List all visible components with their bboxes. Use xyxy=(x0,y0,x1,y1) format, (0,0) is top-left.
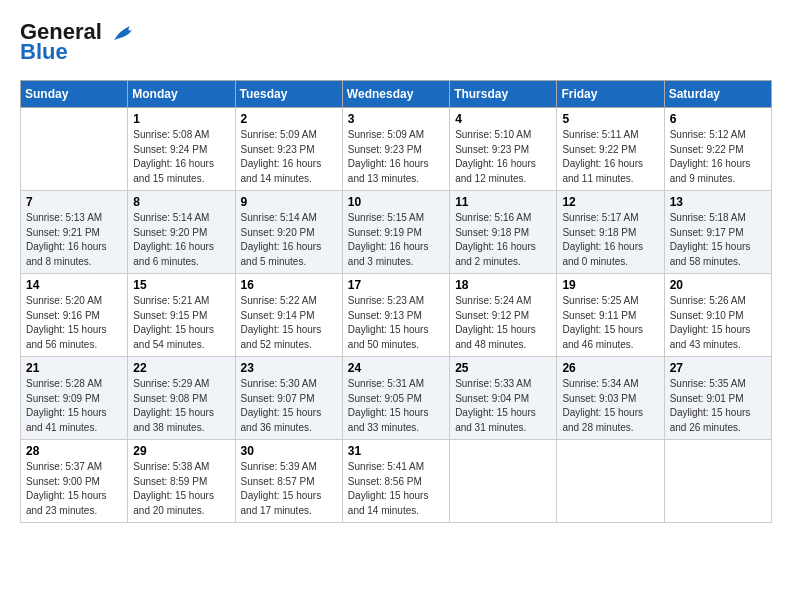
day-cell: 30Sunrise: 5:39 AMSunset: 8:57 PMDayligh… xyxy=(235,440,342,523)
day-number: 31 xyxy=(348,444,444,458)
day-cell: 26Sunrise: 5:34 AMSunset: 9:03 PMDayligh… xyxy=(557,357,664,440)
day-number: 9 xyxy=(241,195,337,209)
calendar-table: SundayMondayTuesdayWednesdayThursdayFrid… xyxy=(20,80,772,523)
day-cell: 21Sunrise: 5:28 AMSunset: 9:09 PMDayligh… xyxy=(21,357,128,440)
day-cell: 31Sunrise: 5:41 AMSunset: 8:56 PMDayligh… xyxy=(342,440,449,523)
day-number: 22 xyxy=(133,361,229,375)
day-cell: 18Sunrise: 5:24 AMSunset: 9:12 PMDayligh… xyxy=(450,274,557,357)
day-cell: 9Sunrise: 5:14 AMSunset: 9:20 PMDaylight… xyxy=(235,191,342,274)
day-info: Sunrise: 5:29 AMSunset: 9:08 PMDaylight:… xyxy=(133,377,229,435)
day-info: Sunrise: 5:35 AMSunset: 9:01 PMDaylight:… xyxy=(670,377,766,435)
day-info: Sunrise: 5:09 AMSunset: 9:23 PMDaylight:… xyxy=(241,128,337,186)
day-cell: 10Sunrise: 5:15 AMSunset: 9:19 PMDayligh… xyxy=(342,191,449,274)
day-cell: 14Sunrise: 5:20 AMSunset: 9:16 PMDayligh… xyxy=(21,274,128,357)
day-info: Sunrise: 5:22 AMSunset: 9:14 PMDaylight:… xyxy=(241,294,337,352)
day-cell xyxy=(664,440,771,523)
weekday-header-tuesday: Tuesday xyxy=(235,81,342,108)
day-cell: 17Sunrise: 5:23 AMSunset: 9:13 PMDayligh… xyxy=(342,274,449,357)
day-info: Sunrise: 5:31 AMSunset: 9:05 PMDaylight:… xyxy=(348,377,444,435)
week-row-1: 1Sunrise: 5:08 AMSunset: 9:24 PMDaylight… xyxy=(21,108,772,191)
day-cell: 27Sunrise: 5:35 AMSunset: 9:01 PMDayligh… xyxy=(664,357,771,440)
weekday-header-thursday: Thursday xyxy=(450,81,557,108)
day-info: Sunrise: 5:14 AMSunset: 9:20 PMDaylight:… xyxy=(241,211,337,269)
day-cell: 12Sunrise: 5:17 AMSunset: 9:18 PMDayligh… xyxy=(557,191,664,274)
day-info: Sunrise: 5:15 AMSunset: 9:19 PMDaylight:… xyxy=(348,211,444,269)
day-cell: 11Sunrise: 5:16 AMSunset: 9:18 PMDayligh… xyxy=(450,191,557,274)
day-info: Sunrise: 5:34 AMSunset: 9:03 PMDaylight:… xyxy=(562,377,658,435)
day-cell: 16Sunrise: 5:22 AMSunset: 9:14 PMDayligh… xyxy=(235,274,342,357)
day-info: Sunrise: 5:09 AMSunset: 9:23 PMDaylight:… xyxy=(348,128,444,186)
day-cell: 6Sunrise: 5:12 AMSunset: 9:22 PMDaylight… xyxy=(664,108,771,191)
day-cell: 25Sunrise: 5:33 AMSunset: 9:04 PMDayligh… xyxy=(450,357,557,440)
day-number: 21 xyxy=(26,361,122,375)
day-number: 25 xyxy=(455,361,551,375)
day-number: 12 xyxy=(562,195,658,209)
day-number: 30 xyxy=(241,444,337,458)
day-info: Sunrise: 5:25 AMSunset: 9:11 PMDaylight:… xyxy=(562,294,658,352)
day-cell: 5Sunrise: 5:11 AMSunset: 9:22 PMDaylight… xyxy=(557,108,664,191)
day-info: Sunrise: 5:16 AMSunset: 9:18 PMDaylight:… xyxy=(455,211,551,269)
day-number: 26 xyxy=(562,361,658,375)
day-number: 19 xyxy=(562,278,658,292)
day-info: Sunrise: 5:26 AMSunset: 9:10 PMDaylight:… xyxy=(670,294,766,352)
day-number: 23 xyxy=(241,361,337,375)
day-info: Sunrise: 5:38 AMSunset: 8:59 PMDaylight:… xyxy=(133,460,229,518)
day-number: 27 xyxy=(670,361,766,375)
day-number: 20 xyxy=(670,278,766,292)
day-number: 10 xyxy=(348,195,444,209)
week-row-3: 14Sunrise: 5:20 AMSunset: 9:16 PMDayligh… xyxy=(21,274,772,357)
day-cell xyxy=(21,108,128,191)
day-info: Sunrise: 5:24 AMSunset: 9:12 PMDaylight:… xyxy=(455,294,551,352)
day-info: Sunrise: 5:18 AMSunset: 9:17 PMDaylight:… xyxy=(670,211,766,269)
day-info: Sunrise: 5:10 AMSunset: 9:23 PMDaylight:… xyxy=(455,128,551,186)
day-info: Sunrise: 5:21 AMSunset: 9:15 PMDaylight:… xyxy=(133,294,229,352)
day-cell: 2Sunrise: 5:09 AMSunset: 9:23 PMDaylight… xyxy=(235,108,342,191)
day-info: Sunrise: 5:13 AMSunset: 9:21 PMDaylight:… xyxy=(26,211,122,269)
week-row-2: 7Sunrise: 5:13 AMSunset: 9:21 PMDaylight… xyxy=(21,191,772,274)
day-cell: 1Sunrise: 5:08 AMSunset: 9:24 PMDaylight… xyxy=(128,108,235,191)
day-cell: 13Sunrise: 5:18 AMSunset: 9:17 PMDayligh… xyxy=(664,191,771,274)
weekday-header-wednesday: Wednesday xyxy=(342,81,449,108)
day-number: 3 xyxy=(348,112,444,126)
weekday-header-saturday: Saturday xyxy=(664,81,771,108)
day-cell: 24Sunrise: 5:31 AMSunset: 9:05 PMDayligh… xyxy=(342,357,449,440)
weekday-header-friday: Friday xyxy=(557,81,664,108)
day-number: 24 xyxy=(348,361,444,375)
day-number: 2 xyxy=(241,112,337,126)
week-row-4: 21Sunrise: 5:28 AMSunset: 9:09 PMDayligh… xyxy=(21,357,772,440)
day-info: Sunrise: 5:33 AMSunset: 9:04 PMDaylight:… xyxy=(455,377,551,435)
page-header: General Blue xyxy=(20,20,772,64)
day-cell: 22Sunrise: 5:29 AMSunset: 9:08 PMDayligh… xyxy=(128,357,235,440)
day-cell: 3Sunrise: 5:09 AMSunset: 9:23 PMDaylight… xyxy=(342,108,449,191)
day-info: Sunrise: 5:08 AMSunset: 9:24 PMDaylight:… xyxy=(133,128,229,186)
day-cell: 23Sunrise: 5:30 AMSunset: 9:07 PMDayligh… xyxy=(235,357,342,440)
day-number: 8 xyxy=(133,195,229,209)
day-info: Sunrise: 5:23 AMSunset: 9:13 PMDaylight:… xyxy=(348,294,444,352)
week-row-5: 28Sunrise: 5:37 AMSunset: 9:00 PMDayligh… xyxy=(21,440,772,523)
day-info: Sunrise: 5:14 AMSunset: 9:20 PMDaylight:… xyxy=(133,211,229,269)
day-cell: 15Sunrise: 5:21 AMSunset: 9:15 PMDayligh… xyxy=(128,274,235,357)
day-info: Sunrise: 5:39 AMSunset: 8:57 PMDaylight:… xyxy=(241,460,337,518)
day-info: Sunrise: 5:20 AMSunset: 9:16 PMDaylight:… xyxy=(26,294,122,352)
day-cell: 4Sunrise: 5:10 AMSunset: 9:23 PMDaylight… xyxy=(450,108,557,191)
day-info: Sunrise: 5:17 AMSunset: 9:18 PMDaylight:… xyxy=(562,211,658,269)
day-number: 14 xyxy=(26,278,122,292)
day-cell: 19Sunrise: 5:25 AMSunset: 9:11 PMDayligh… xyxy=(557,274,664,357)
day-number: 1 xyxy=(133,112,229,126)
day-number: 5 xyxy=(562,112,658,126)
day-number: 13 xyxy=(670,195,766,209)
day-cell: 7Sunrise: 5:13 AMSunset: 9:21 PMDaylight… xyxy=(21,191,128,274)
day-cell: 28Sunrise: 5:37 AMSunset: 9:00 PMDayligh… xyxy=(21,440,128,523)
day-cell: 29Sunrise: 5:38 AMSunset: 8:59 PMDayligh… xyxy=(128,440,235,523)
day-info: Sunrise: 5:12 AMSunset: 9:22 PMDaylight:… xyxy=(670,128,766,186)
day-info: Sunrise: 5:37 AMSunset: 9:00 PMDaylight:… xyxy=(26,460,122,518)
day-cell xyxy=(450,440,557,523)
day-number: 11 xyxy=(455,195,551,209)
day-number: 15 xyxy=(133,278,229,292)
day-cell xyxy=(557,440,664,523)
day-info: Sunrise: 5:28 AMSunset: 9:09 PMDaylight:… xyxy=(26,377,122,435)
day-cell: 8Sunrise: 5:14 AMSunset: 9:20 PMDaylight… xyxy=(128,191,235,274)
day-number: 7 xyxy=(26,195,122,209)
weekday-header-row: SundayMondayTuesdayWednesdayThursdayFrid… xyxy=(21,81,772,108)
weekday-header-monday: Monday xyxy=(128,81,235,108)
